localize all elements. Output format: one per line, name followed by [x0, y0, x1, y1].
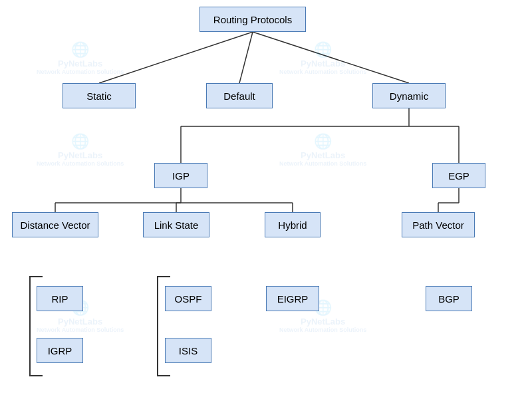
node-distance-vector: Distance Vector [12, 212, 98, 237]
node-isis: ISIS [165, 338, 211, 363]
node-path-vector: Path Vector [402, 212, 475, 237]
node-dynamic: Dynamic [372, 83, 446, 108]
node-hybrid: Hybrid [265, 212, 321, 237]
node-igp: IGP [154, 163, 207, 188]
watermark-1: 🌐 PyNetLabs Network Automation Solutions [37, 41, 124, 75]
watermark-3: 🌐 PyNetLabs Network Automation Solutions [37, 133, 124, 167]
node-bgp: BGP [426, 286, 472, 311]
svg-line-2 [253, 32, 409, 83]
node-link-state: Link State [143, 212, 209, 237]
svg-line-1 [239, 32, 253, 83]
node-static: Static [63, 83, 136, 108]
watermark-4: 🌐 PyNetLabs Network Automation Solutions [279, 133, 366, 167]
node-default: Default [206, 83, 273, 108]
node-ospf: OSPF [165, 286, 211, 311]
watermark-2: 🌐 PyNetLabs Network Automation Solutions [279, 41, 366, 75]
node-egp: EGP [432, 163, 485, 188]
tree-container: 🌐 PyNetLabs Network Automation Solutions… [0, 0, 532, 399]
node-eigrp: EIGRP [266, 286, 319, 311]
node-routing-protocols: Routing Protocols [200, 7, 306, 32]
svg-line-0 [99, 32, 253, 83]
node-rip: RIP [37, 286, 83, 311]
node-igrp: IGRP [37, 338, 83, 363]
